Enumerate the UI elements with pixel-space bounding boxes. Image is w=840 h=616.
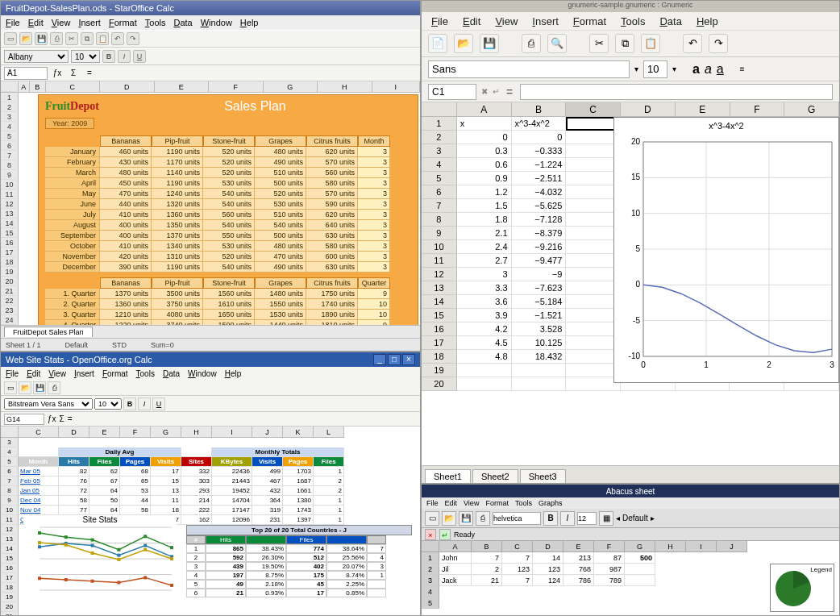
sheet-tabs[interactable]: FruitDepot Sales Plan <box>1 325 420 338</box>
col-header[interactable]: A <box>19 81 30 92</box>
formula-input[interactable] <box>520 84 833 100</box>
default-style[interactable]: Default <box>622 514 648 522</box>
equals-icon[interactable]: = <box>83 69 96 77</box>
formula-bar[interactable]: ƒx Σ = <box>1 65 420 81</box>
row-header[interactable]: 7 <box>1 151 19 160</box>
menu-tools[interactable]: Tools <box>515 499 532 507</box>
menubar[interactable]: FileEditViewFormatToolsGraphs <box>422 497 839 509</box>
save-icon[interactable]: 💾 <box>35 32 48 45</box>
col-header[interactable]: J <box>717 541 747 552</box>
new-icon[interactable]: ▭ <box>4 32 17 45</box>
row-header[interactable]: 18 <box>1 257 19 267</box>
menu-data[interactable]: Data <box>173 18 192 27</box>
redo-icon[interactable]: ↷ <box>127 32 139 45</box>
menu-tools[interactable]: Tools <box>621 15 645 27</box>
col-header[interactable]: C <box>19 427 59 438</box>
goto-icon[interactable]: ↵ <box>493 87 499 96</box>
menu-insert[interactable]: Insert <box>78 18 101 27</box>
new-icon[interactable]: 📄 <box>428 34 447 53</box>
print-icon[interactable]: ⎙ <box>48 381 60 394</box>
paste-icon[interactable]: 📋 <box>96 32 109 45</box>
underline-icon[interactable]: U <box>152 397 165 410</box>
sheet-tab[interactable]: FruitDepot Sales Plan <box>4 327 93 337</box>
menu-window[interactable]: Window <box>201 18 232 27</box>
col-header[interactable]: B <box>30 81 46 92</box>
italic-icon[interactable]: a <box>705 62 712 77</box>
standard-toolbar[interactable]: 📄 📂 💾 ⎙ 🔍 ✂ ⧉ 📋 ↶ ↷ <box>422 30 839 57</box>
menu-format[interactable]: Format <box>102 369 128 378</box>
col-header[interactable]: A <box>457 102 512 117</box>
col-header[interactable]: F <box>209 81 263 92</box>
open-icon[interactable]: 📂 <box>19 381 31 394</box>
preview-icon[interactable]: 🔍 <box>547 34 567 53</box>
menu-format[interactable]: Format <box>573 15 606 27</box>
underline-icon[interactable]: U <box>133 50 146 63</box>
col-header[interactable]: E <box>563 541 594 552</box>
menu-insert[interactable]: Insert <box>532 15 559 27</box>
accept-icon[interactable]: ↵ <box>439 529 451 540</box>
row-header[interactable]: 16 <box>1 238 19 248</box>
fx-icon[interactable]: ƒx <box>51 69 64 77</box>
col-header[interactable]: G <box>151 427 181 438</box>
formula-bar[interactable]: ✖ ↵ = <box>422 81 839 102</box>
col-header[interactable]: L <box>314 427 344 438</box>
row-header[interactable]: 8 <box>1 160 19 170</box>
row-header[interactable]: 1 <box>1 93 19 102</box>
new-icon[interactable]: ▭ <box>425 511 439 526</box>
font-select[interactable]: Albany <box>4 50 69 63</box>
row-header[interactable]: 15 <box>1 228 19 238</box>
open-icon[interactable]: 📂 <box>454 34 473 53</box>
menu-format[interactable]: Format <box>485 499 509 507</box>
sheet-tabs[interactable]: Sheet1Sheet2Sheet3 <box>422 465 839 483</box>
bold-icon[interactable]: B <box>543 511 558 526</box>
spreadsheet-grid[interactable]: CDEFGHIJKL 34Daily AvgMonthly Totals5Mon… <box>1 427 420 615</box>
spreadsheet-grid[interactable]: ABCDEFG 1xx^3-4x^220030.3−0.33340.6−1.22… <box>422 102 839 465</box>
row-header[interactable]: 12 <box>1 199 19 209</box>
fontsize-select[interactable]: 10 <box>94 398 122 410</box>
row-header[interactable]: 10 <box>1 180 19 189</box>
font-select[interactable] <box>493 512 541 525</box>
align-icon[interactable]: ≡ <box>740 65 745 73</box>
menu-help[interactable]: Help <box>697 15 718 27</box>
col-header[interactable]: C <box>502 541 533 552</box>
fontsize-select[interactable] <box>643 60 667 78</box>
font-select[interactable] <box>428 60 630 78</box>
menubar[interactable]: FileEditViewInsertFormatToolsDataWindowH… <box>1 15 420 30</box>
equals-icon[interactable]: = <box>504 85 515 98</box>
col-header[interactable]: D <box>621 102 676 117</box>
undo-icon[interactable]: ↶ <box>111 32 124 45</box>
col-header[interactable]: G <box>625 541 655 552</box>
row-header[interactable]: 9 <box>1 170 19 180</box>
col-header[interactable]: E <box>89 427 120 438</box>
col-header[interactable]: I <box>372 81 420 92</box>
sheet-tab[interactable]: Sheet1 <box>425 469 471 483</box>
menubar[interactable]: FileEditViewInsertFormatToolsDataHelp <box>422 12 839 30</box>
col-header[interactable]: D <box>100 81 154 92</box>
col-header[interactable]: B <box>472 541 502 552</box>
spreadsheet-grid[interactable]: ABCDEFGHI 123456789101112131415161718192… <box>1 81 420 325</box>
print-icon[interactable]: ⎙ <box>476 511 490 526</box>
col-header[interactable]: B <box>512 102 567 117</box>
fontsize-select[interactable]: 10 <box>71 50 100 63</box>
col-header[interactable]: D <box>533 541 563 552</box>
row-header[interactable]: 4 <box>1 122 19 131</box>
row-header[interactable]: 20 <box>1 277 19 286</box>
standard-toolbar[interactable]: ▭ 📂 💾 ⎙ <box>1 380 420 396</box>
row-header[interactable]: 6 <box>1 141 19 151</box>
cell-reference[interactable] <box>4 414 44 425</box>
cancel-icon[interactable]: ✖ <box>481 87 488 96</box>
menu-data[interactable]: Data <box>163 369 180 378</box>
menu-file[interactable]: File <box>6 18 20 27</box>
sheet-tab[interactable]: Sheet2 <box>472 469 518 483</box>
col-header[interactable]: E <box>676 102 730 117</box>
menu-format[interactable]: Format <box>109 18 137 27</box>
row-header[interactable]: 14 <box>1 219 19 228</box>
site-stats-chart[interactable]: Site Stats <box>23 515 177 604</box>
menu-insert[interactable]: Insert <box>74 369 94 378</box>
col-header[interactable]: H <box>318 81 372 92</box>
col-header[interactable]: K <box>283 427 314 438</box>
sum-icon[interactable]: Σ <box>60 414 64 423</box>
save-icon[interactable]: 💾 <box>33 381 46 394</box>
menu-edit[interactable]: Edit <box>28 18 44 27</box>
input-bar[interactable]: × ↵ Ready <box>422 528 839 541</box>
